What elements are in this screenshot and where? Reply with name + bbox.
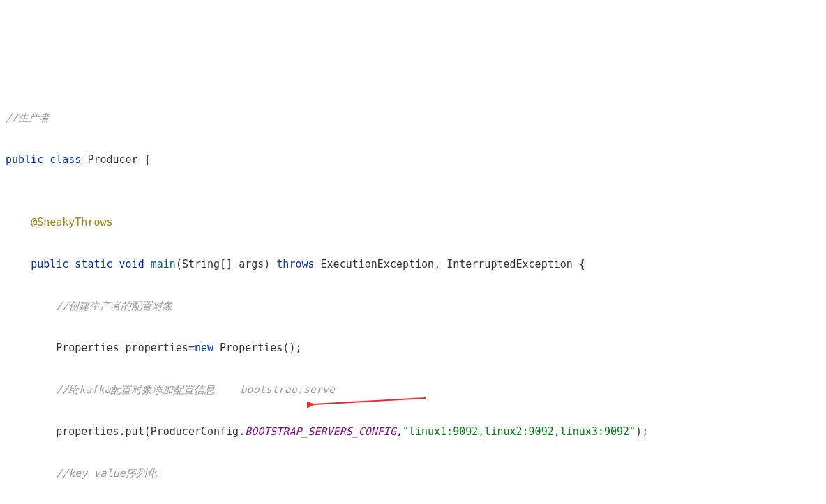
comment-producer: //生产者 <box>6 112 50 124</box>
code-block: //生产者 public class Producer { @SneakyThr… <box>6 86 826 504</box>
class-name: Producer <box>87 153 137 166</box>
kw-public: public <box>6 153 43 166</box>
str-servers: "linux1:9092,linux2:9092,linux3:9092" <box>403 425 636 438</box>
annotation-sneaky: @SneakyThrows <box>31 216 112 229</box>
brace: { <box>144 153 151 166</box>
comment-serialize: //key value序列化 <box>56 467 156 480</box>
comment-bootstrap: //给kafka配置对象添加配置信息 <box>56 383 215 396</box>
method-main: main <box>151 258 176 270</box>
comment-create-config: //创建生产者的配置对象 <box>56 300 173 312</box>
kw-class: class <box>50 153 81 166</box>
const-bootstrap: BOOTSTRAP_SERVERS_CONFIG <box>245 425 396 438</box>
